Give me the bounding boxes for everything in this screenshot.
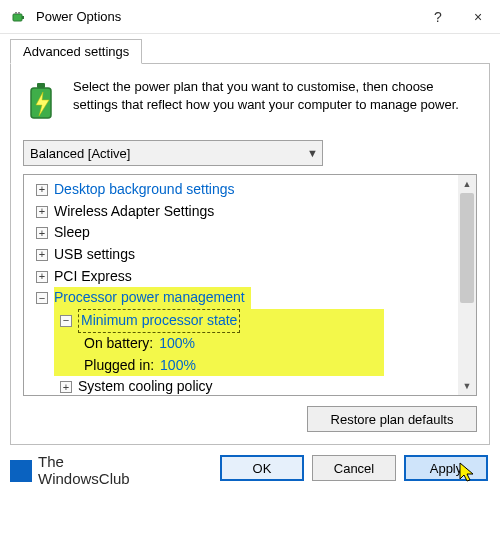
svg-rect-5 (37, 83, 45, 88)
apply-button[interactable]: Apply (404, 455, 488, 481)
watermark: The WindowsClub (10, 454, 130, 487)
expand-icon[interactable]: + (36, 227, 48, 239)
intro-text: Select the power plan that you want to c… (73, 78, 477, 130)
chevron-down-icon: ▼ (307, 147, 318, 159)
tree-item-plugged-in[interactable]: Plugged in: 100% (60, 355, 384, 377)
tree-viewport: + Desktop background settings + Wireless… (24, 175, 458, 395)
svg-rect-3 (18, 12, 20, 14)
scroll-thumb[interactable] (460, 193, 474, 303)
power-options-icon (10, 8, 28, 26)
collapse-icon[interactable]: − (60, 315, 72, 327)
intro-row: Select the power plan that you want to c… (23, 78, 477, 130)
on-battery-label: On battery: (84, 333, 153, 355)
expand-icon[interactable]: + (36, 184, 48, 196)
svg-rect-2 (15, 12, 17, 14)
scroll-up-icon[interactable]: ▲ (458, 175, 476, 193)
expand-icon[interactable]: + (60, 381, 72, 393)
tree-item-system-cooling-policy[interactable]: + System cooling policy (30, 376, 454, 395)
cancel-button[interactable]: Cancel (312, 455, 396, 481)
battery-icon (23, 78, 63, 130)
scroll-down-icon[interactable]: ▼ (458, 377, 476, 395)
tab-advanced-settings[interactable]: Advanced settings (10, 39, 142, 64)
help-button[interactable]: ? (418, 0, 458, 34)
scroll-track[interactable] (458, 193, 476, 377)
tree-item-wireless-adapter[interactable]: + Wireless Adapter Settings (30, 201, 454, 223)
tab-panel: Select the power plan that you want to c… (10, 63, 490, 445)
tree-selected-label: Minimum processor state (78, 309, 240, 333)
ok-button[interactable]: OK (220, 455, 304, 481)
close-button[interactable]: × (458, 0, 498, 34)
titlebar: Power Options ? × (0, 0, 500, 34)
expand-icon[interactable]: + (36, 271, 48, 283)
tree-item-minimum-processor-state[interactable]: − Minimum processor state (60, 309, 384, 333)
watermark-logo (10, 460, 32, 482)
plugged-in-value: 100% (160, 355, 196, 377)
tabstrip: Advanced settings (0, 34, 500, 63)
svg-rect-1 (22, 16, 24, 19)
tree-item-usb-settings[interactable]: + USB settings (30, 244, 454, 266)
expand-icon[interactable]: + (36, 206, 48, 218)
tree-scrollbar[interactable]: ▲ ▼ (458, 175, 476, 395)
tree-item-desktop-background[interactable]: + Desktop background settings (30, 179, 454, 201)
svg-rect-0 (13, 14, 22, 21)
watermark-line2: WindowsClub (38, 471, 130, 488)
on-battery-value: 100% (159, 333, 195, 355)
watermark-line1: The (38, 454, 130, 471)
tree-item-on-battery[interactable]: On battery: 100% (60, 333, 384, 355)
tree-item-processor-power-management[interactable]: − Processor power management (30, 287, 454, 309)
dialog-button-bar: The WindowsClub OK Cancel Apply (0, 445, 500, 489)
settings-tree: + Desktop background settings + Wireless… (23, 174, 477, 396)
collapse-icon[interactable]: − (36, 292, 48, 304)
restore-plan-defaults-button[interactable]: Restore plan defaults (307, 406, 477, 432)
tree-item-pci-express[interactable]: + PCI Express (30, 266, 454, 288)
power-plan-combobox[interactable]: Balanced [Active] ▼ (23, 140, 323, 166)
plugged-in-label: Plugged in: (84, 355, 154, 377)
expand-icon[interactable]: + (36, 249, 48, 261)
power-plan-selected: Balanced [Active] (30, 146, 130, 161)
tree-item-sleep[interactable]: + Sleep (30, 222, 454, 244)
window-title: Power Options (36, 9, 418, 24)
